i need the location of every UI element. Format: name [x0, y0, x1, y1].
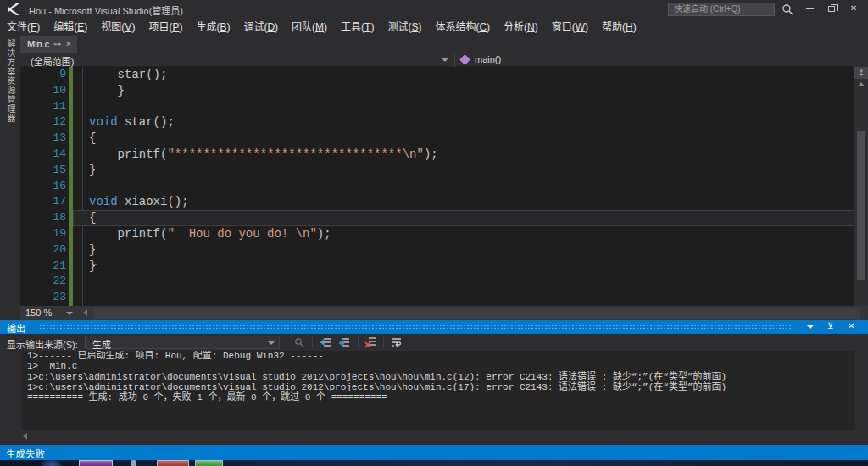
taskbar-item[interactable] [131, 460, 136, 466]
code-text: } [73, 83, 854, 99]
vertical-scrollbar[interactable]: ‡ [854, 67, 868, 306]
line-number: 18 [20, 210, 66, 226]
splitter-handle[interactable]: ‡ [854, 67, 868, 79]
line-number: 16 [20, 179, 66, 195]
line-number: 23 [20, 290, 66, 306]
line-number: 9 [20, 67, 66, 83]
line-number: 13 [20, 130, 66, 147]
code-line[interactable]: 18{ [20, 210, 854, 226]
sidebar-tab-solution-explorer[interactable]: 解决方案资源管理器 [2, 39, 19, 123]
quick-launch-input[interactable]: 快速启动 (Ctrl+Q) [668, 3, 775, 16]
scroll-up-arrow-icon[interactable] [858, 82, 865, 86]
code-text: { [73, 210, 854, 226]
visual-studio-logo-icon [7, 3, 20, 16]
previous-message-icon[interactable] [319, 336, 332, 349]
code-line[interactable]: 13{ [20, 130, 854, 147]
line-number: 20 [20, 242, 66, 258]
code-line[interactable]: 9 star(); [20, 67, 854, 83]
code-line[interactable]: 16 [20, 179, 854, 195]
nav-corner [854, 53, 868, 67]
line-number: 10 [20, 83, 66, 99]
word-wrap-icon[interactable] [390, 336, 403, 349]
zoom-selector[interactable]: 150 % [20, 306, 76, 320]
code-text: } [73, 163, 854, 179]
menu-item[interactable]: 帮助(H) [595, 19, 643, 36]
clear-all-icon[interactable] [364, 336, 378, 349]
taskbar-item[interactable] [79, 460, 113, 466]
code-line[interactable]: 15} [20, 163, 854, 179]
chevron-down-icon [66, 312, 73, 315]
menu-item[interactable]: 编辑(E) [47, 19, 94, 36]
toolbar-separator [312, 336, 313, 348]
output-source-dropdown[interactable]: 生成 [85, 336, 280, 349]
menu-item[interactable]: 调试(D) [236, 19, 285, 36]
code-line[interactable]: 17void xiaoxi(); [20, 194, 854, 210]
code-line[interactable]: 21} [20, 258, 854, 275]
line-number: 14 [20, 147, 66, 163]
pin-icon[interactable]: ⊶ [53, 41, 61, 48]
output-log[interactable]: 1>------ 已启动生成: 项目: Hou, 配置: Debug Win32… [21, 351, 855, 430]
line-number: 22 [20, 274, 66, 290]
code-text: { [73, 130, 854, 147]
code-line[interactable]: 22 [20, 274, 854, 290]
title-bar: Hou - Microsoft Visual Studio(管理员) 快速启动 … [0, 0, 868, 19]
menu-item[interactable]: 工具(T) [334, 19, 381, 36]
code-editor[interactable]: 9 star();10 }1112void star();13{14 print… [20, 67, 854, 306]
taskbar-item[interactable] [157, 460, 189, 466]
scroll-left-arrow-icon[interactable] [23, 433, 27, 440]
start-button[interactable] [42, 460, 61, 466]
vertical-scrollbar-thumb[interactable] [857, 131, 865, 280]
output-line: ========== 生成: 成功 0 个，失败 1 个，最新 0 个，跳过 0… [21, 392, 855, 402]
menu-item[interactable]: 生成(B) [189, 19, 236, 36]
output-line: 1> Min.c [21, 361, 855, 371]
code-text: void star(); [73, 114, 854, 130]
code-text [73, 290, 854, 306]
line-number: 11 [20, 99, 66, 115]
editor-bottom-strip: 150 % [20, 306, 868, 320]
toolbar-separator [287, 336, 287, 348]
scope-dropdown[interactable]: (全局范围) [20, 53, 455, 67]
window-title: Hou - Microsoft Visual Studio(管理员) [29, 3, 183, 17]
taskbar-item[interactable] [195, 460, 223, 466]
code-line[interactable]: 19 printf(" Hou do you do! \n"); [20, 226, 854, 242]
close-icon[interactable]: ✕ [65, 41, 72, 48]
restore-button[interactable] [821, 0, 843, 17]
zoom-level-value: 150 % [25, 308, 52, 318]
code-line[interactable]: 14 printf("*****************************… [20, 147, 854, 163]
status-bar: 生成失败 [0, 445, 868, 460]
menu-item[interactable]: 项目(P) [142, 19, 189, 36]
member-dropdown[interactable]: main() [456, 53, 868, 67]
code-line[interactable]: 11 [20, 99, 854, 115]
output-horizontal-scrollbar[interactable] [21, 430, 855, 441]
code-line[interactable]: 12void star(); [20, 114, 854, 130]
code-text: printf(" Hou do you do! \n"); [73, 226, 854, 242]
menu-item[interactable]: 团队(M) [285, 19, 334, 36]
horizontal-scrollbar-thumb[interactable] [93, 308, 860, 319]
menu-item[interactable]: 视图(V) [94, 19, 142, 36]
find-message-icon[interactable] [293, 336, 307, 349]
minimize-button[interactable] [798, 0, 821, 17]
member-dropdown-value: main() [475, 54, 501, 64]
close-button[interactable]: ✕ [843, 0, 865, 17]
window-position-menu-icon[interactable] [807, 325, 814, 329]
code-line[interactable]: 23 [20, 290, 854, 306]
tab-min-c[interactable]: Min.c ⊶ ✕ [20, 36, 77, 53]
code-text: void xiaoxi(); [73, 194, 854, 210]
next-message-icon[interactable] [337, 336, 351, 349]
menu-item[interactable]: 文件(F) [0, 19, 47, 36]
menu-item[interactable]: 窗口(W) [545, 19, 595, 36]
code-text: printf("********************************… [73, 147, 854, 163]
search-icon[interactable] [782, 3, 793, 15]
menu-item[interactable]: 分析(N) [497, 19, 545, 36]
code-text [73, 274, 854, 290]
code-line[interactable]: 20} [20, 242, 854, 258]
restore-icon [828, 6, 835, 12]
code-line[interactable]: 10 } [20, 83, 854, 99]
menu-item[interactable]: 测试(S) [381, 19, 428, 36]
pin-icon[interactable]: ⊻ [827, 321, 833, 330]
output-panel-header[interactable]: 输出 ⊻ ✕ [0, 320, 868, 334]
menu-item[interactable]: 体系结构(C) [428, 19, 497, 36]
line-number: 12 [20, 114, 66, 130]
scroll-left-arrow-icon[interactable] [83, 309, 87, 316]
close-icon[interactable]: ✕ [848, 321, 854, 330]
